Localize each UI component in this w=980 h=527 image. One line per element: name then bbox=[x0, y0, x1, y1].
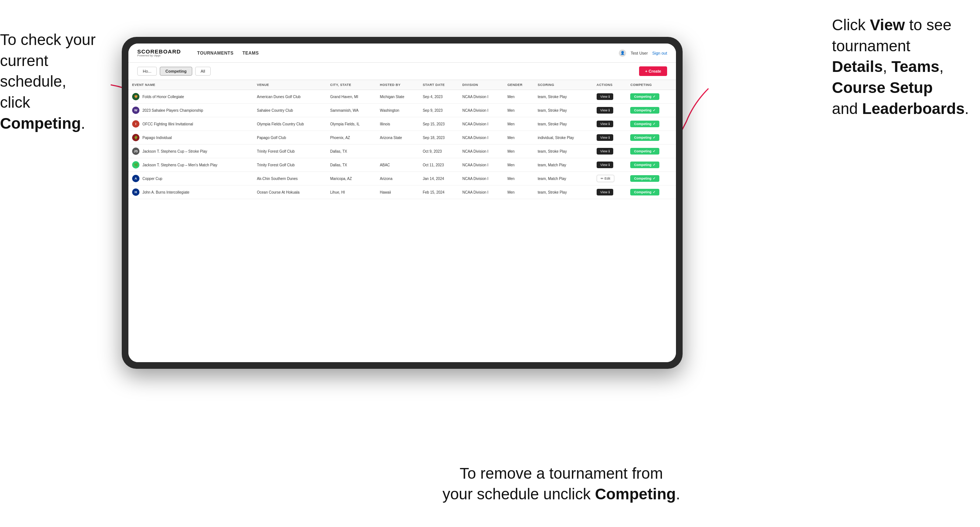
competing-cell[interactable]: Competing bbox=[627, 172, 676, 186]
annotation-right: Click View to seetournamentDetails, Team… bbox=[832, 15, 969, 119]
action-cell[interactable]: View ℹ bbox=[593, 90, 627, 104]
user-label: Test User bbox=[631, 51, 648, 55]
start-date-cell: Sep 18, 2023 bbox=[419, 131, 459, 144]
competing-cell[interactable]: Competing bbox=[627, 131, 676, 144]
event-name: 2023 Sahalee Players Championship bbox=[142, 108, 203, 113]
tournaments-table: EVENT NAME VENUE CITY, STATE HOSTED BY S… bbox=[129, 80, 676, 199]
event-name-cell: W 2023 Sahalee Players Championship bbox=[129, 104, 253, 117]
venue-cell: Ak-Chin Southern Dunes bbox=[253, 172, 326, 186]
gender-cell: Men bbox=[504, 104, 534, 117]
table-container: EVENT NAME VENUE CITY, STATE HOSTED BY S… bbox=[129, 80, 676, 362]
start-date-cell: Sep 9, 2023 bbox=[419, 104, 459, 117]
event-name-cell: H John A. Burns Intercollegiate bbox=[129, 186, 253, 199]
action-cell[interactable]: View ℹ bbox=[593, 131, 627, 144]
division-cell: NCAA Division I bbox=[459, 158, 504, 172]
scoring-cell: team, Match Play bbox=[534, 172, 593, 186]
table-row: I OFCC Fighting Illini Invitational Olym… bbox=[129, 117, 676, 131]
competing-badge[interactable]: Competing bbox=[630, 121, 659, 127]
view-button[interactable]: View ℹ bbox=[597, 148, 613, 154]
navbar: SCOREBOARD Powered by clippi TOURNAMENTS… bbox=[129, 43, 676, 63]
view-button[interactable]: View ℹ bbox=[597, 162, 613, 168]
create-button[interactable]: + Create bbox=[639, 67, 667, 76]
start-date-cell: Jan 14, 2024 bbox=[419, 172, 459, 186]
view-button[interactable]: View ℹ bbox=[597, 93, 613, 100]
competing-badge[interactable]: Competing bbox=[630, 134, 659, 141]
event-name: Jackson T. Stephens Cup – Men's Match Pl… bbox=[142, 163, 217, 167]
team-logo: W bbox=[132, 106, 140, 114]
table-row: H John A. Burns Intercollegiate Ocean Co… bbox=[129, 186, 676, 199]
action-cell[interactable]: View ℹ bbox=[593, 158, 627, 172]
team-logo: H bbox=[132, 189, 140, 196]
filter-bar: Ho... Competing All + Create bbox=[129, 63, 676, 80]
annotation-left: To check yourcurrent schedule,click Comp… bbox=[0, 30, 118, 134]
competing-badge[interactable]: Competing bbox=[630, 175, 659, 182]
tablet-frame: SCOREBOARD Powered by clippi TOURNAMENTS… bbox=[122, 37, 682, 369]
table-row: A Copper Cup Ak-Chin Southern DunesMaric… bbox=[129, 172, 676, 186]
venue-cell: Sahalee Country Club bbox=[253, 104, 326, 117]
action-cell[interactable]: View ℹ bbox=[593, 144, 627, 158]
team-logo: 🦁 bbox=[132, 93, 140, 100]
hosted-by-cell: ABAC bbox=[376, 158, 419, 172]
city-state-cell: Dallas, TX bbox=[326, 158, 376, 172]
venue-cell: Olympia Fields Country Club bbox=[253, 117, 326, 131]
city-state-cell: Olympia Fields, IL bbox=[326, 117, 376, 131]
event-name: OFCC Fighting Illini Invitational bbox=[142, 122, 193, 126]
venue-cell: Trinity Forest Golf Club bbox=[253, 158, 326, 172]
table-row: W 2023 Sahalee Players Championship Saha… bbox=[129, 104, 676, 117]
city-state-cell: Sammamish, WA bbox=[326, 104, 376, 117]
nav-tournaments[interactable]: TOURNAMENTS bbox=[197, 49, 234, 57]
annotation-left-competing: Competing bbox=[0, 115, 81, 132]
gender-cell: Men bbox=[504, 117, 534, 131]
nav-right: 👤 Test User Sign out bbox=[619, 49, 667, 57]
competing-badge[interactable]: Competing bbox=[630, 148, 659, 154]
filter-home-button[interactable]: Ho... bbox=[137, 67, 157, 76]
col-competing: COMPETING bbox=[627, 80, 676, 90]
competing-badge[interactable]: Competing bbox=[630, 189, 659, 195]
competing-cell[interactable]: Competing bbox=[627, 90, 676, 104]
signout-link[interactable]: Sign out bbox=[652, 51, 667, 55]
hosted-by-cell: Arizona bbox=[376, 172, 419, 186]
competing-cell[interactable]: Competing bbox=[627, 117, 676, 131]
scoring-cell: team, Stroke Play bbox=[534, 104, 593, 117]
competing-badge[interactable]: Competing bbox=[630, 93, 659, 100]
competing-cell[interactable]: Competing bbox=[627, 104, 676, 117]
scoring-cell: individual, Stroke Play bbox=[534, 131, 593, 144]
competing-cell[interactable]: Competing bbox=[627, 186, 676, 199]
city-state-cell: Lihue, HI bbox=[326, 186, 376, 199]
competing-badge[interactable]: Competing bbox=[630, 107, 659, 114]
start-date-cell: Oct 11, 2023 bbox=[419, 158, 459, 172]
view-button[interactable]: View ℹ bbox=[597, 107, 613, 114]
action-cell[interactable]: View ℹ bbox=[593, 117, 627, 131]
col-start-date: START DATE bbox=[419, 80, 459, 90]
view-button[interactable]: View ℹ bbox=[597, 189, 613, 195]
team-logo: 🌿 bbox=[132, 161, 140, 168]
division-cell: NCAA Division I bbox=[459, 117, 504, 131]
nav-links: TOURNAMENTS TEAMS bbox=[197, 49, 259, 57]
brand-sub: Powered by clippi bbox=[137, 54, 181, 57]
edit-button[interactable]: ✏ Edit bbox=[597, 175, 614, 182]
action-cell[interactable]: View ℹ bbox=[593, 186, 627, 199]
filter-all-button[interactable]: All bbox=[195, 67, 211, 76]
team-logo: JS bbox=[132, 148, 140, 155]
competing-cell[interactable]: Competing bbox=[627, 158, 676, 172]
venue-cell: Ocean Course At Hokuala bbox=[253, 186, 326, 199]
nav-teams[interactable]: TEAMS bbox=[242, 49, 259, 57]
view-button[interactable]: View ℹ bbox=[597, 121, 613, 127]
view-button[interactable]: View ℹ bbox=[597, 134, 613, 141]
city-state-cell: Dallas, TX bbox=[326, 144, 376, 158]
scoring-cell: team, Stroke Play bbox=[534, 90, 593, 104]
col-scoring: SCORING bbox=[534, 80, 593, 90]
division-cell: NCAA Division I bbox=[459, 131, 504, 144]
division-cell: NCAA Division I bbox=[459, 172, 504, 186]
action-cell[interactable]: View ℹ bbox=[593, 104, 627, 117]
annotation-bottom: To remove a tournament fromyour schedule… bbox=[442, 463, 680, 505]
scoreboard-brand: SCOREBOARD Powered by clippi bbox=[137, 49, 181, 57]
event-name-cell: 🌵 Papago Individual bbox=[129, 131, 253, 144]
competing-cell[interactable]: Competing bbox=[627, 144, 676, 158]
scoring-cell: team, Stroke Play bbox=[534, 186, 593, 199]
division-cell: NCAA Division I bbox=[459, 144, 504, 158]
competing-badge[interactable]: Competing bbox=[630, 162, 659, 168]
action-cell[interactable]: ✏ Edit bbox=[593, 172, 627, 186]
filter-competing-button[interactable]: Competing bbox=[160, 67, 192, 76]
event-name-cell: I OFCC Fighting Illini Invitational bbox=[129, 117, 253, 131]
